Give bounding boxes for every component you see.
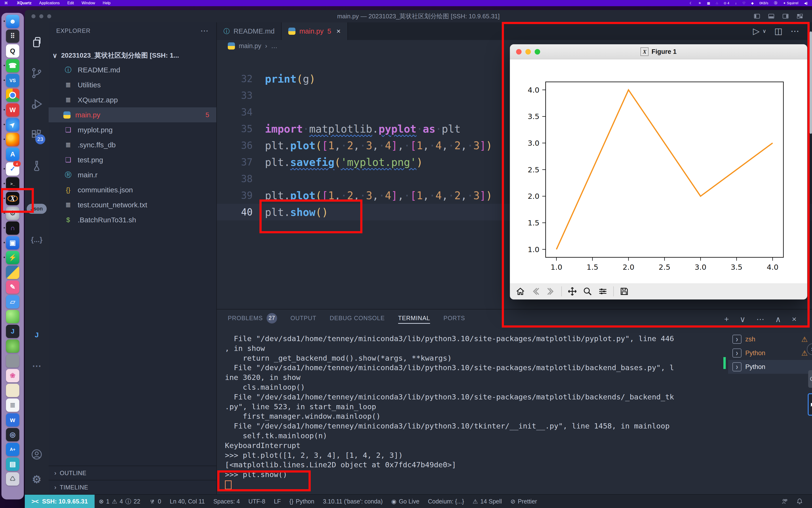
menu-item-help[interactable]: Help xyxy=(99,1,114,5)
file-row-XQuartz.app[interactable]: ≣XQuartz.app xyxy=(49,92,216,108)
net-speed[interactable]: 0KB/s xyxy=(759,1,768,5)
python-interpreter[interactable]: 3.10.11 ('base': conda) xyxy=(318,498,387,505)
dock-item-flower[interactable]: ❀ xyxy=(6,369,19,382)
panel-more-icon[interactable]: ⋯ xyxy=(756,314,765,324)
activity-accounts-icon[interactable] xyxy=(25,442,49,467)
dock-item-homebrew[interactable]: ∩ xyxy=(6,221,19,235)
download-icon[interactable]: ↓ xyxy=(735,1,737,5)
dock-item-paint[interactable]: ✎ xyxy=(6,281,19,294)
menu-item-applications[interactable]: Applications xyxy=(35,1,63,5)
explorer-more-icon[interactable]: ⋯ xyxy=(200,26,209,36)
dock-item-teal-app[interactable]: ▤ xyxy=(6,458,19,471)
right-edge-cursor-widget[interactable]: ◤ xyxy=(808,393,812,416)
dock-item-qq[interactable]: Q xyxy=(6,44,19,57)
dock-item-ticktick[interactable]: ✓4 xyxy=(6,162,19,176)
terminal-item-zsh[interactable]: ❯zsh⚠ xyxy=(728,332,812,346)
file-row-main.r[interactable]: Ⓡmain.r xyxy=(49,167,216,182)
dock-item-xquartz[interactable]: X xyxy=(6,192,19,205)
dock-item-folders[interactable]: ▱ xyxy=(6,295,19,308)
file-row-main.py[interactable]: main.py5 xyxy=(49,108,216,122)
brightness-icon[interactable]: ☀ xyxy=(698,1,701,5)
dock-item-green-ball[interactable] xyxy=(6,310,19,323)
dock-item-wechat[interactable]: ☎ xyxy=(6,59,19,72)
dock-item-chrome[interactable] xyxy=(6,89,19,102)
forward-icon[interactable] xyxy=(546,287,556,296)
timeline-section[interactable]: › TIMELINE xyxy=(49,480,216,494)
workspace-root-folder[interactable]: ∨ 20231023_莫状社区划分绘图 [SSH: 1... xyxy=(49,49,216,62)
apple-menu-icon[interactable]: ⌘ xyxy=(4,1,8,5)
heart-icon[interactable]: ♡ xyxy=(742,1,745,5)
feedback-icon[interactable] xyxy=(777,498,792,505)
run-button[interactable]: ▷ xyxy=(753,26,760,36)
tab-main-py[interactable]: main.py 5 × xyxy=(282,23,348,40)
save-icon[interactable] xyxy=(619,287,629,296)
activity-testing-flask-icon[interactable] xyxy=(25,151,49,181)
dock-item-green-zap[interactable]: ⚡ xyxy=(6,251,19,264)
menu-item-xquartz[interactable]: XQuartz xyxy=(13,1,35,5)
panel-tab-output[interactable]: OUTPUT xyxy=(291,315,316,324)
file-row-README.md[interactable]: ⓘREADME.md xyxy=(49,62,216,77)
menu-item-window[interactable]: Window xyxy=(78,1,99,5)
activity-explorer-icon[interactable] xyxy=(25,27,49,57)
dock-item-vscode[interactable]: VS xyxy=(6,74,19,87)
file-row-communities.json[interactable]: {}communities.json xyxy=(49,182,216,197)
file-row-.BatchRunTo31.sh[interactable]: $.BatchRunTo31.sh xyxy=(49,212,216,227)
terminal-output[interactable]: File "/dev/sda1/home/tenney/miniconda3/l… xyxy=(217,329,728,494)
cursor-position[interactable]: Ln 40, Col 11 xyxy=(165,498,209,505)
split-editor-icon[interactable]: ◫ xyxy=(774,26,782,36)
back-icon[interactable] xyxy=(531,287,540,296)
panel-tab-problems[interactable]: PROBLEMS27 xyxy=(228,313,277,326)
dock-item-green-2[interactable] xyxy=(6,339,19,353)
file-row-.sync.ffs_db[interactable]: ≣.sync.ffs_db xyxy=(49,137,216,152)
panel-tab-ports[interactable]: PORTS xyxy=(443,315,465,324)
moon-icon[interactable]: ☾ xyxy=(690,1,693,5)
window-grid-icon[interactable]: ▦ xyxy=(707,1,710,5)
ports-status[interactable]: 0 xyxy=(145,498,165,505)
run-dropdown-icon[interactable]: ∨ xyxy=(763,28,766,34)
pan-icon[interactable] xyxy=(568,287,577,296)
terminal-item-python[interactable]: ❯Python xyxy=(728,360,812,374)
activity-source-control-icon[interactable] xyxy=(25,57,49,89)
language-mode[interactable]: {} Python xyxy=(285,498,319,505)
dock-item-blue-w[interactable]: w xyxy=(6,413,19,427)
dock-item-firefox[interactable] xyxy=(6,133,19,146)
figure-window[interactable]: X Figure 1 1.01.52.02.53.03.54.01.01.52.… xyxy=(510,44,807,299)
figure-title-bar[interactable]: X Figure 1 xyxy=(510,44,807,59)
activity-extensions-icon[interactable]: 23 xyxy=(25,120,49,151)
subplots-config-icon[interactable] xyxy=(598,287,608,296)
b-circle-icon[interactable]: Ⓑ xyxy=(774,1,777,5)
outline-section[interactable]: › OUTLINE xyxy=(49,466,216,480)
dock-item-termius[interactable]: ▣ xyxy=(6,236,19,250)
squirrel-input-icon[interactable]: ✦Squirrel xyxy=(783,1,799,5)
activity-j-extension-icon[interactable]: J xyxy=(25,320,49,350)
dock-item-app-store[interactable]: A xyxy=(6,147,19,161)
codeium-status[interactable]: Codeium: {...} xyxy=(424,498,468,505)
volume-icon[interactable]: ◀) xyxy=(804,1,808,5)
activity-run-debug-icon[interactable] xyxy=(25,89,49,120)
home-icon[interactable] xyxy=(515,287,525,296)
dock-item-cream-app[interactable] xyxy=(6,384,19,397)
eol[interactable]: LF xyxy=(269,498,285,505)
title-bar[interactable]: main.py — 20231023_莫状社区划分绘图 [SSH: 10.9.6… xyxy=(25,10,812,23)
editor-more-icon[interactable]: ⋯ xyxy=(790,26,799,36)
dock-item-terminal-app[interactable]: >_ xyxy=(6,177,19,190)
dock-item-system-settings[interactable]: ⚙ xyxy=(6,207,19,220)
dock-item-compass-dark[interactable]: ◎ xyxy=(6,428,19,441)
encoding[interactable]: UTF-8 xyxy=(244,498,270,505)
dock-item-python[interactable] xyxy=(6,266,19,279)
dots-icon[interactable]: ∴ xyxy=(716,1,718,5)
layout-toggle-icons[interactable] xyxy=(753,13,803,20)
problems-status[interactable]: ⊗1 ⚠4 ⓘ22 xyxy=(94,498,145,505)
ink-icon[interactable]: ◆ xyxy=(751,1,753,5)
zoom-icon[interactable] xyxy=(583,287,592,296)
terminal-item-python[interactable]: ❯Python⚠ xyxy=(728,346,812,360)
file-row-myplot.png[interactable]: ❑myplot.png xyxy=(49,122,216,137)
dock-item-safari[interactable]: ➤ xyxy=(6,118,19,131)
file-row-Utilities[interactable]: ≣Utilities xyxy=(49,77,216,92)
menu-item-edit[interactable]: Edit xyxy=(64,1,78,5)
dock-item-white-file[interactable]: ≣ xyxy=(6,398,19,412)
dock-item-gray-app[interactable] xyxy=(6,354,19,368)
notifications-bell-icon[interactable] xyxy=(792,498,807,505)
activity-settings-gear-icon[interactable]: ⚙ xyxy=(25,467,49,492)
right-edge-widget[interactable]: C xyxy=(808,370,812,388)
